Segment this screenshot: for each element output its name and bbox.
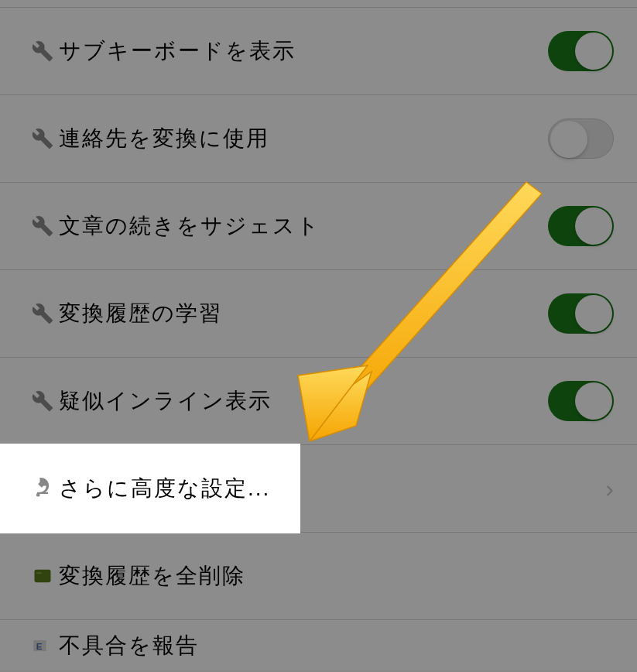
toggle-learn-history[interactable] [548,293,614,334]
row-sub-keyboard[interactable]: サブキーボードを表示 [0,8,637,95]
svg-text:E: E [36,640,43,650]
toggle-knob [575,295,612,332]
toggle-knob [575,382,612,420]
highlight-advanced-settings[interactable]: さらに高度な設定... [0,444,300,533]
toggle-knob [575,33,612,70]
tag-icon: E [31,634,54,657]
toggle-sentence-suggest[interactable] [548,206,614,246]
wrench-icon [31,127,54,150]
svg-rect-1 [35,570,51,582]
highlight-label: さらに高度な設定... [59,474,270,503]
row-contacts-convert[interactable]: 連絡先を変換に使用 [0,95,637,183]
chevron-right-icon: › [605,475,614,503]
row-pseudo-inline[interactable]: 疑似インライン表示 [0,358,637,445]
svg-point-5 [36,493,40,497]
row-clear-history[interactable]: 変換履歴を全削除 [0,533,637,620]
svg-rect-2 [36,572,42,574]
row-left: 文章の続きをサジェスト [31,211,320,241]
wrench-icon [31,39,54,63]
row-label: 連絡先を変換に使用 [59,124,269,153]
row-left: E 不具合を報告 [31,631,199,660]
row-label: 文章の続きをサジェスト [59,211,320,241]
wrench-icon [31,214,54,238]
microscope-icon [31,477,54,500]
card-icon [31,564,54,588]
row-learn-history[interactable]: 変換履歴の学習 [0,270,637,358]
row-sentence-suggest[interactable]: 文章の続きをサジェスト [0,183,637,270]
row-left: 連絡先を変換に使用 [31,124,269,153]
row-label: 不具合を報告 [59,631,199,660]
toggle-contacts-convert[interactable] [548,118,614,159]
wrench-icon [31,302,54,325]
row-left: 疑似インライン表示 [31,386,272,416]
row-label: 変換履歴の学習 [59,299,222,328]
row-partial-top [0,0,637,8]
row-report-bug[interactable]: E 不具合を報告 [0,620,637,670]
row-left: 変換履歴を全削除 [31,561,245,591]
row-label: サブキーボードを表示 [59,36,296,66]
row-left: 変換履歴の学習 [31,299,222,328]
toggle-knob [550,121,587,158]
row-label: 疑似インライン表示 [59,386,272,416]
toggle-knob [575,207,612,245]
wrench-icon [31,389,54,413]
row-left: サブキーボードを表示 [31,36,296,66]
toggle-sub-keyboard[interactable] [548,31,614,71]
row-label: 変換履歴を全削除 [59,561,245,591]
settings-list: サブキーボードを表示 連絡先を変換に使用 文章の続きをサジェスト [0,0,637,670]
toggle-pseudo-inline[interactable] [548,381,614,421]
